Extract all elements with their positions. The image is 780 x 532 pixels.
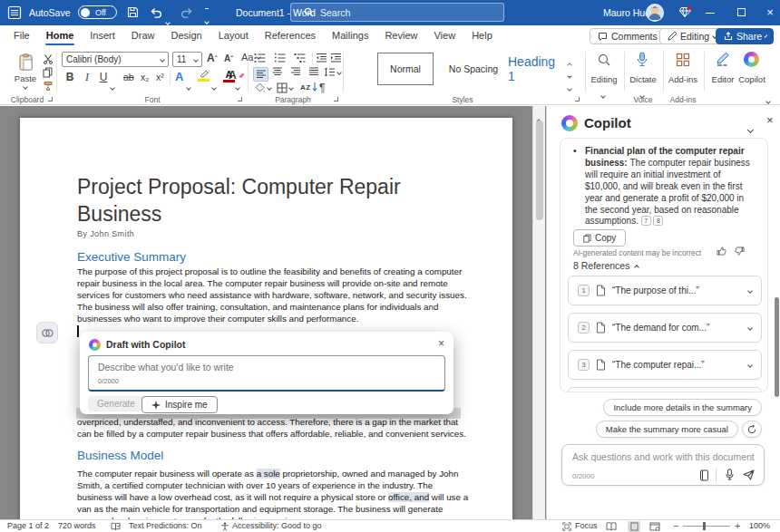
add-ins-icon[interactable] xyxy=(676,53,690,67)
paragraph-dialog-launcher[interactable] xyxy=(334,97,338,102)
document-scrollbar[interactable] xyxy=(532,106,545,519)
citation-badge-8[interactable]: 8 xyxy=(653,216,663,226)
tab-home[interactable]: Home xyxy=(38,25,83,46)
dictate-button-label[interactable]: Dictate xyxy=(626,74,660,84)
close-button[interactable]: × xyxy=(760,0,780,25)
tab-mailings[interactable]: Mailings xyxy=(324,25,376,46)
minimize-button[interactable] xyxy=(697,0,724,25)
bold-button[interactable]: B xyxy=(63,71,76,83)
shrink-font-button[interactable]: Aˇ xyxy=(224,53,233,63)
shading-icon[interactable] xyxy=(254,82,271,93)
page-indicator[interactable]: Page 1 of 2 xyxy=(7,520,49,532)
strikethrough-button[interactable]: ab xyxy=(123,72,134,82)
grammar-suggestion-2[interactable]: office, and xyxy=(388,492,429,502)
align-right-icon[interactable] xyxy=(290,67,301,76)
editing-dropdown-icon[interactable] xyxy=(601,85,605,102)
cut-icon[interactable] xyxy=(43,53,54,64)
grammar-suggestion-1[interactable]: a sole xyxy=(257,469,280,479)
suggestion-pill-1[interactable]: Include more details in the summary xyxy=(603,399,762,416)
document-scrollbar-thumb[interactable] xyxy=(536,121,543,220)
maximize-button[interactable] xyxy=(728,0,756,25)
panel-collapse-icon[interactable] xyxy=(748,120,753,136)
chat-mic-icon[interactable] xyxy=(725,469,735,481)
line-spacing-icon[interactable] xyxy=(324,67,341,77)
tab-review[interactable]: Review xyxy=(376,25,425,46)
tab-design[interactable]: Design xyxy=(162,25,210,46)
panel-close-icon[interactable]: × xyxy=(766,113,774,127)
accessibility-status[interactable]: Accessibility: Good to go xyxy=(232,520,322,532)
font-size-select[interactable]: 11 xyxy=(172,52,202,67)
print-layout-icon[interactable] xyxy=(628,521,640,532)
web-layout-icon[interactable] xyxy=(649,522,660,531)
add-ins-button-label[interactable]: Add-ins xyxy=(665,74,701,84)
paste-button[interactable]: Paste xyxy=(9,51,42,91)
send-icon[interactable] xyxy=(743,469,755,480)
text-effects-button[interactable]: A xyxy=(175,70,183,83)
underline-button[interactable]: U xyxy=(98,71,109,83)
text-effects-dropdown-icon[interactable] xyxy=(187,77,190,93)
tab-insert[interactable]: Insert xyxy=(82,25,123,46)
underline-dropdown-icon[interactable] xyxy=(111,77,114,93)
avatar[interactable] xyxy=(646,4,664,22)
align-left-icon[interactable] xyxy=(253,67,268,82)
subscript-button[interactable]: x₂ xyxy=(141,72,149,82)
thumbs-up-icon[interactable] xyxy=(717,246,726,256)
reference-card-2[interactable]: 2 “The demand for com...” xyxy=(568,313,762,343)
multilevel-list-icon[interactable] xyxy=(294,53,306,63)
tab-layout[interactable]: Layout xyxy=(210,25,257,46)
inspire-me-button[interactable]: Inspire me xyxy=(141,396,218,413)
text-predictions-status[interactable]: Text Predictions: On xyxy=(129,520,202,532)
zoom-level[interactable]: 100% xyxy=(749,520,770,532)
reference-card-4-partial[interactable] xyxy=(568,387,762,392)
word-count[interactable]: 720 words xyxy=(58,520,96,532)
zoom-slider-thumb[interactable] xyxy=(703,522,706,530)
suggestion-pill-2[interactable]: Make the summary more casual xyxy=(596,421,738,438)
focus-label[interactable]: Focus xyxy=(575,520,598,532)
font-color-button[interactable]: A xyxy=(223,69,235,82)
zoom-out-button[interactable]: − xyxy=(673,520,678,532)
superscript-button[interactable]: x² xyxy=(156,72,164,82)
bullet-list-icon[interactable] xyxy=(254,53,266,63)
highlight-button[interactable] xyxy=(198,70,210,82)
tab-draw[interactable]: Draw xyxy=(123,25,163,46)
accessibility-icon[interactable] xyxy=(220,522,229,531)
quick-access-more-icon[interactable] xyxy=(205,8,209,27)
dialog-close-icon[interactable]: × xyxy=(438,337,444,350)
tab-help[interactable]: Help xyxy=(463,25,501,46)
undo-icon[interactable] xyxy=(150,7,162,19)
pilcrow-icon[interactable]: ¶ xyxy=(319,82,325,94)
font-color-dropdown-icon[interactable] xyxy=(236,77,239,93)
grow-font-button[interactable]: Aˆ xyxy=(207,52,217,64)
italic-button[interactable]: I xyxy=(83,71,92,84)
copilot-button-label[interactable]: Copilot xyxy=(734,74,770,84)
justify-icon[interactable] xyxy=(308,67,319,76)
tab-file[interactable]: File xyxy=(5,25,38,46)
comments-button[interactable]: Comments xyxy=(590,28,666,44)
ribbon-collapse-icon[interactable] xyxy=(766,91,770,107)
editing-group-button-label[interactable]: Editing xyxy=(588,74,620,84)
copy-button[interactable]: Copy xyxy=(573,229,626,247)
panel-scrollbar-thumb[interactable] xyxy=(775,297,779,397)
decrease-indent-icon[interactable] xyxy=(316,53,327,63)
style-no-spacing[interactable]: No Spacing xyxy=(442,53,505,85)
copilot-ribbon-icon[interactable] xyxy=(744,52,759,67)
tab-view[interactable]: View xyxy=(425,25,463,46)
numbered-list-icon[interactable] xyxy=(274,53,286,63)
thumbs-down-icon[interactable] xyxy=(735,247,745,256)
styles-gallery-expand-icon[interactable] xyxy=(568,76,571,94)
copilot-chat-input[interactable]: Ask questions and work with this documen… xyxy=(561,444,765,486)
search-box[interactable]: Search xyxy=(290,3,504,22)
copy-icon[interactable] xyxy=(43,67,53,78)
reference-card-1[interactable]: 1 “The purpose of thi...” xyxy=(568,276,762,305)
save-icon[interactable] xyxy=(127,6,139,18)
prompt-notebook-icon[interactable] xyxy=(699,469,709,481)
font-name-select[interactable]: Calibri (Body) xyxy=(62,52,169,67)
document-page[interactable]: Project Proposal: Computer Repair Busine… xyxy=(20,118,512,519)
find-editing-icon[interactable] xyxy=(597,53,611,67)
format-painter-icon[interactable] xyxy=(43,81,54,92)
premium-gem-icon[interactable] xyxy=(678,6,691,18)
generate-button[interactable]: Generate xyxy=(88,396,144,411)
zoom-in-button[interactable]: + xyxy=(735,520,740,532)
align-center-icon[interactable] xyxy=(272,67,283,76)
reference-card-3[interactable]: 3 “The computer repai...” xyxy=(568,350,762,380)
